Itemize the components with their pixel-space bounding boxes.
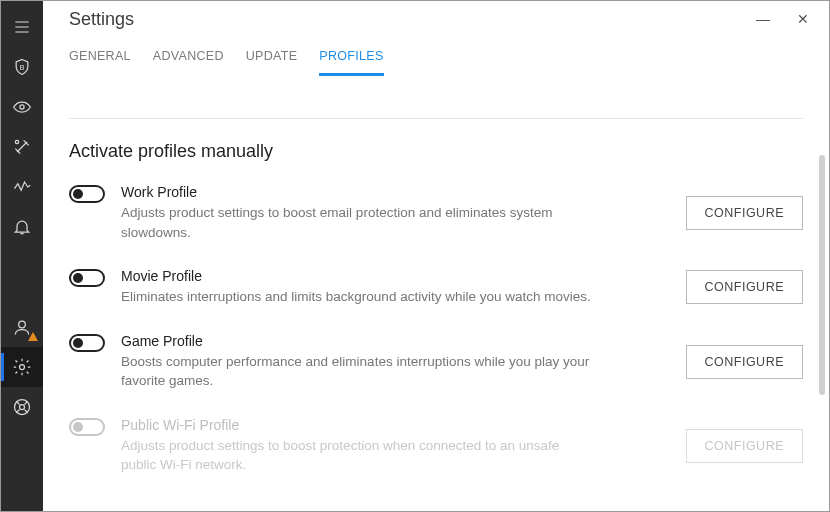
support-icon[interactable] [1,387,43,427]
warning-badge-icon [28,332,38,341]
tab-profiles[interactable]: PROFILES [319,49,383,76]
menu-icon[interactable] [1,7,43,47]
scrollbar[interactable] [819,155,825,395]
toggle-knob [73,273,83,283]
settings-icon[interactable] [1,347,43,387]
toggle-knob [73,338,83,348]
tools-icon[interactable] [1,127,43,167]
svg-line-12 [25,410,28,413]
profile-row-wifi: Public Wi-Fi Profile Adjusts product set… [69,417,803,475]
section-heading: Activate profiles manually [69,141,803,162]
profile-body: Public Wi-Fi Profile Adjusts product set… [121,417,670,475]
profile-body: Work Profile Adjusts product settings to… [121,184,670,242]
titlebar: Settings — ✕ [43,1,829,37]
app-window: B Settings — ✕ [0,0,830,512]
profile-body: Movie Profile Eliminates interruptions a… [121,268,670,307]
profile-row-work: Work Profile Adjusts product settings to… [69,184,803,242]
profile-desc: Eliminates interruptions and limits back… [121,287,591,307]
profile-title: Movie Profile [121,268,658,284]
account-icon[interactable] [1,307,43,347]
profile-title: Game Profile [121,333,658,349]
toggle-movie[interactable] [69,269,105,287]
content-area: Activate profiles manually Work Profile … [43,119,829,511]
tab-general[interactable]: GENERAL [69,49,131,75]
profile-row-game: Game Profile Boosts computer performance… [69,333,803,391]
profile-desc: Adjusts product settings to boost email … [121,203,591,242]
svg-line-14 [16,410,19,413]
window-controls: — ✕ [755,11,811,27]
tab-update[interactable]: UPDATE [246,49,298,75]
profile-title: Public Wi-Fi Profile [121,417,658,433]
toggle-wifi [69,418,105,436]
toggle-work[interactable] [69,185,105,203]
svg-line-13 [25,401,28,404]
profile-desc: Adjusts product settings to boost protec… [121,436,591,475]
tab-bar: GENERAL ADVANCED UPDATE PROFILES [43,37,829,76]
profile-body: Game Profile Boosts computer performance… [121,333,670,391]
svg-point-7 [19,321,26,328]
svg-point-8 [20,365,25,370]
svg-line-11 [16,401,19,404]
page-title: Settings [69,9,134,30]
bell-icon[interactable] [1,207,43,247]
eye-icon[interactable] [1,87,43,127]
configure-button-movie[interactable]: CONFIGURE [686,270,804,304]
activity-icon[interactable] [1,167,43,207]
shield-icon[interactable]: B [1,47,43,87]
svg-point-5 [15,140,18,143]
sidebar: B [1,1,43,511]
minimize-button[interactable]: — [755,11,771,27]
profile-row-movie: Movie Profile Eliminates interruptions a… [69,268,803,307]
toggle-knob [73,422,83,432]
configure-button-wifi: CONFIGURE [686,429,804,463]
svg-text:B: B [19,63,24,72]
toggle-knob [73,189,83,199]
profile-desc: Boosts computer performance and eliminat… [121,352,591,391]
close-button[interactable]: ✕ [795,11,811,27]
svg-point-10 [20,405,25,410]
profile-title: Work Profile [121,184,658,200]
toggle-game[interactable] [69,334,105,352]
tab-advanced[interactable]: ADVANCED [153,49,224,75]
svg-point-4 [20,105,24,109]
configure-button-work[interactable]: CONFIGURE [686,196,804,230]
configure-button-game[interactable]: CONFIGURE [686,345,804,379]
main-panel: Settings — ✕ GENERAL ADVANCED UPDATE PRO… [43,1,829,511]
